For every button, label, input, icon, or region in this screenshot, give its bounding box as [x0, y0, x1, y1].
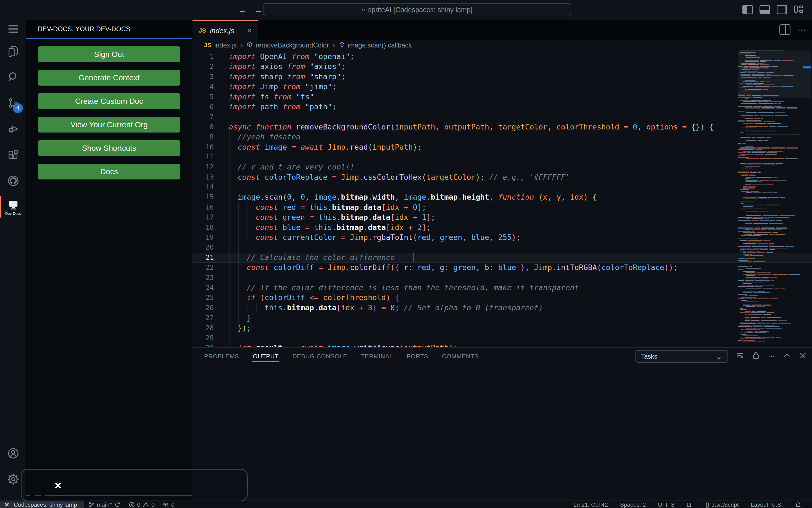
breadcrumb-item-image-scan-callback[interactable]: image.scan() callback: [339, 41, 412, 49]
notifications-bell-icon[interactable]: [789, 501, 808, 508]
extensions-icon[interactable]: [0, 142, 26, 168]
code-line[interactable]: 7: [192, 112, 812, 122]
panel-tab-terminal[interactable]: TERMINAL: [360, 349, 393, 364]
code-line[interactable]: 16 const red = this.bitmap.data[idx + 0]…: [192, 202, 812, 212]
code-line[interactable]: 2import axios from "axios";: [192, 61, 812, 72]
command-center-search[interactable]: ⌕ spriteAI [Codespaces: shiny lamp]: [263, 3, 571, 16]
customize-layout-icon[interactable]: [794, 5, 805, 14]
sidebar-button-sign-out[interactable]: Sign Out: [38, 46, 180, 62]
ports-status[interactable]: 0: [159, 501, 178, 508]
panel-tab-output[interactable]: OUTPUT: [252, 349, 279, 364]
forward-icon[interactable]: →: [254, 5, 263, 15]
code-line[interactable]: 6import path from "path";: [192, 102, 812, 112]
search-view-icon[interactable]: [0, 64, 26, 90]
panel-more-actions-icon[interactable]: ⋯: [768, 352, 775, 361]
tab-close-icon[interactable]: ×: [247, 26, 252, 35]
panel-tab-debug-console[interactable]: DEBUG CONSOLE: [292, 349, 348, 364]
indent-guide: [229, 313, 230, 323]
problems-status[interactable]: 0 0: [125, 501, 159, 508]
indent-guide: [247, 222, 247, 232]
bottom-panel: PROBLEMSOUTPUTDEBUG CONSOLETERMINALPORTS…: [192, 347, 812, 501]
panel-tab-comments[interactable]: COMMENTS: [441, 349, 479, 364]
code-line[interactable]: 12 // r and t are very cool!!: [192, 162, 812, 172]
code-line[interactable]: 4import Jimp from "jimp";: [192, 82, 812, 92]
code-line[interactable]: 1import OpenAI from "openai";: [192, 52, 812, 61]
back-icon[interactable]: ←: [238, 5, 247, 15]
status-utf-8[interactable]: UTF-8: [652, 501, 681, 508]
line-number: 25: [192, 293, 229, 303]
indent-guide: [238, 313, 239, 323]
code-line[interactable]: 13 const colorToReplace = Jimp.cssColorT…: [192, 172, 812, 182]
code-line[interactable]: 29: [192, 333, 812, 343]
explorer-icon[interactable]: [0, 38, 26, 64]
status-layout-u-s-[interactable]: Layout: U.S.: [744, 501, 789, 508]
branch-status[interactable]: main*: [84, 501, 125, 508]
code-line[interactable]: 21 // Calculate the color difference: [192, 253, 812, 262]
run-and-debug-icon[interactable]: [0, 116, 26, 142]
code-line[interactable]: 27 }: [192, 313, 812, 323]
source-control-icon[interactable]: 4: [0, 90, 26, 116]
error-icon: [128, 501, 135, 508]
panel-tab-problems[interactable]: PROBLEMS: [204, 349, 239, 364]
accounts-icon[interactable]: [0, 440, 26, 466]
split-editor-icon[interactable]: [779, 24, 790, 35]
overview-ruler-cursor-marker: [803, 66, 811, 69]
breadcrumb-separator: ›: [332, 41, 335, 49]
maximize-panel-icon[interactable]: [783, 351, 791, 362]
code-line[interactable]: 30 let result = await image.writeAsync(o…: [192, 343, 812, 347]
status-spaces-2[interactable]: Spaces: 2: [614, 501, 652, 508]
drag-grip[interactable]: [30, 477, 45, 498]
remote-indicator[interactable]: Codespaces: shiny lamp: [0, 501, 84, 508]
output-channel-select[interactable]: Tasks ⌄: [635, 350, 728, 363]
editor-more-actions-icon[interactable]: ⋯: [798, 25, 807, 35]
code-line[interactable]: 23: [192, 273, 812, 283]
code-line[interactable]: 3import sharp from "sharp";: [192, 72, 812, 82]
code-line[interactable]: 24 // If the color difference is less th…: [192, 283, 812, 293]
sidebar-button-view-your-current-org[interactable]: View Your Current Org: [38, 117, 180, 132]
code-line[interactable]: 28 });: [192, 323, 812, 333]
overlay-close-icon[interactable]: ✕: [54, 480, 62, 491]
github-icon[interactable]: [0, 168, 26, 194]
toggle-primary-sidebar-icon[interactable]: [742, 5, 753, 14]
activity-bar: 4 Dev-Docs: [0, 20, 26, 501]
code-line[interactable]: 20: [192, 242, 812, 252]
code-line[interactable]: 17 const green = this.bitmap.data[idx + …: [192, 212, 812, 222]
code-line[interactable]: 5import fs from "fs": [192, 92, 812, 102]
code-line[interactable]: 14: [192, 182, 812, 192]
lock-icon[interactable]: [752, 351, 760, 362]
toggle-secondary-sidebar-icon[interactable]: [777, 5, 787, 14]
close-panel-icon[interactable]: [799, 351, 807, 362]
code-line[interactable]: 15 image.scan(0, 0, image.bitmap.width, …: [192, 192, 812, 202]
indent-guide: [229, 132, 230, 142]
application-menu-icon[interactable]: [0, 20, 26, 38]
sidebar-button-show-shortcuts[interactable]: Show Shortcuts: [38, 140, 180, 156]
clear-output-icon[interactable]: [736, 351, 744, 362]
code-editor[interactable]: 1import OpenAI from "openai";2import axi…: [192, 50, 812, 347]
sidebar-button-docs[interactable]: Docs: [38, 164, 180, 179]
code-line[interactable]: 19 const currentColor = Jimp.rgbaToInt(r…: [192, 232, 812, 242]
status-ln-21-col-42[interactable]: Ln 21, Col 42: [567, 501, 614, 508]
code-line[interactable]: 8async function removeBackgroundColor(in…: [192, 122, 812, 132]
sidebar-button-generate-context[interactable]: Generate Context: [38, 70, 180, 86]
status-lf[interactable]: LF: [681, 501, 700, 508]
dev-docs-icon[interactable]: Dev-Docs: [0, 194, 26, 220]
status-javascript[interactable]: {}JavaScript: [699, 501, 744, 508]
code-line[interactable]: 9 //yeah fdsatea: [192, 132, 812, 142]
tab-indexjs[interactable]: JS index.js ×: [193, 20, 258, 40]
line-number: 4: [192, 82, 229, 92]
breadcrumb-item-index-js[interactable]: JSindex.js: [204, 41, 237, 49]
breadcrumb-item-removebackgroundcolor[interactable]: removeBackgroundColor: [247, 41, 329, 49]
panel-tab-ports[interactable]: PORTS: [406, 349, 429, 364]
indent-guide: [229, 293, 230, 303]
indent-guide: [238, 283, 239, 293]
toggle-panel-icon[interactable]: [760, 5, 770, 14]
code-line[interactable]: 25 if (colorDiff <= colorThreshold) {: [192, 293, 812, 303]
breadcrumb-label: removeBackgroundColor: [255, 41, 329, 49]
code-line[interactable]: 18 const blue = this.bitmap.data[idx + 2…: [192, 222, 812, 232]
code-line[interactable]: 22 const colorDiff = Jimp.colorDiff({ r:…: [192, 262, 812, 272]
code-line[interactable]: 10 const image = await Jimp.read(inputPa…: [192, 142, 812, 152]
code-line[interactable]: 26 this.bitmap.data[idx + 3] = 0; // Set…: [192, 303, 812, 313]
sidebar-button-create-custom-doc[interactable]: Create Custom Doc: [38, 93, 180, 109]
code-line[interactable]: 11: [192, 152, 812, 162]
minimap[interactable]: [738, 50, 804, 347]
